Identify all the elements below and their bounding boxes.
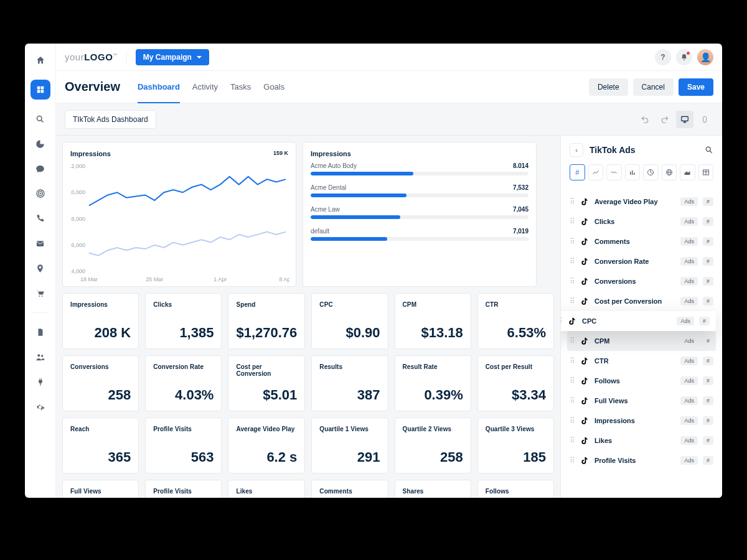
dashboard-icon[interactable]	[31, 80, 50, 100]
delete-button[interactable]: Delete	[589, 78, 628, 96]
drag-handle-icon[interactable]: ⠿	[570, 376, 575, 385]
drag-handle-icon[interactable]: ⠿	[570, 257, 575, 266]
drag-handle-icon[interactable]: ⠿	[570, 396, 575, 405]
save-button[interactable]: Save	[679, 78, 713, 96]
metric-row[interactable]: ⠿CPCAds#	[561, 311, 716, 331]
drag-handle-icon[interactable]: ⠿	[570, 416, 575, 425]
tab-tasks[interactable]: Tasks	[230, 72, 251, 103]
search-icon[interactable]	[35, 113, 46, 124]
type-bar-icon[interactable]	[625, 164, 641, 180]
type-table-icon[interactable]	[698, 164, 714, 180]
metric-row[interactable]: ⠿ImpressionsAds#	[567, 411, 716, 431]
kpi-card[interactable]: Profile Visits	[145, 480, 222, 498]
mail-icon[interactable]	[35, 238, 46, 249]
phone-icon[interactable]	[35, 213, 46, 224]
kpi-card[interactable]: Likes	[228, 480, 305, 498]
kpi-card[interactable]: Full Views	[62, 480, 139, 498]
help-button[interactable]: ?	[655, 49, 671, 65]
kpi-card[interactable]: Average Video Play6.2 s	[228, 418, 305, 474]
type-area-icon[interactable]	[680, 164, 695, 180]
type-wave-icon[interactable]	[606, 164, 622, 180]
metric-row[interactable]: ⠿LikesAds#	[567, 431, 716, 450]
tiktok-icon	[580, 455, 590, 465]
kpi-card[interactable]: CPM$13.18	[395, 293, 471, 349]
metric-row[interactable]: ⠿Average Video PlayAds#	[567, 192, 716, 212]
kpi-card[interactable]: Conversion Rate4.03%	[145, 355, 222, 411]
cart-icon[interactable]	[35, 287, 46, 299]
back-button[interactable]: ‹	[570, 143, 583, 157]
search-icon[interactable]	[705, 146, 713, 154]
type-line-icon[interactable]	[588, 164, 604, 180]
metric-row[interactable]: ⠿ClicksAds#	[567, 212, 716, 231]
card-title: Impressions	[311, 150, 529, 157]
desktop-view-icon[interactable]	[676, 111, 693, 128]
kpi-card[interactable]: Conversions258	[62, 355, 139, 411]
kpi-card[interactable]: Quartile 2 Views258	[395, 418, 471, 474]
kpi-card[interactable]: Impressions208 K	[62, 293, 139, 349]
metric-row[interactable]: ⠿CTRAds#	[567, 351, 716, 371]
drag-handle-icon[interactable]: ⠿	[570, 337, 575, 345]
tab-dashboard[interactable]: Dashboard	[138, 72, 180, 103]
home-icon[interactable]	[35, 55, 46, 66]
tab-goals[interactable]: Goals	[263, 72, 284, 103]
type-number-icon[interactable]: #	[570, 164, 585, 180]
type-pie-icon[interactable]	[643, 164, 659, 180]
kpi-card[interactable]: CTR6.53%	[477, 293, 554, 349]
target-icon[interactable]	[35, 188, 46, 199]
kpi-card[interactable]: Cost per Conversion$5.01	[228, 355, 305, 411]
users-icon[interactable]	[35, 352, 46, 363]
avatar[interactable]: 👤	[697, 49, 713, 65]
drag-handle-icon[interactable]: ⠿	[570, 357, 575, 365]
kpi-card[interactable]: Reach365	[62, 418, 139, 474]
mobile-view-icon[interactable]	[696, 111, 713, 128]
metric-row[interactable]: ⠿Full ViewsAds#	[567, 391, 716, 411]
kpi-card[interactable]: Follows	[477, 480, 554, 498]
pin-icon[interactable]	[35, 263, 46, 274]
kpi-value: 1,385	[153, 325, 214, 341]
notifications-button[interactable]	[676, 49, 692, 65]
metric-row[interactable]: ⠿Profile VisitsAds#	[567, 450, 716, 470]
tab-activity[interactable]: Activity	[192, 72, 218, 103]
kpi-card[interactable]: Spend$1,270.76	[228, 293, 305, 349]
metric-row[interactable]: ⠿CommentsAds#	[567, 231, 716, 251]
pie-icon[interactable]	[35, 138, 46, 149]
kpi-card[interactable]: Quartile 1 Views291	[311, 418, 388, 474]
file-icon[interactable]	[35, 327, 46, 338]
gear-icon[interactable]	[35, 401, 46, 413]
drag-handle-icon[interactable]: ⠿	[561, 317, 562, 325]
campaign-selector[interactable]: My Campaign	[136, 49, 209, 65]
kpi-card[interactable]: Comments	[311, 480, 388, 498]
metric-row[interactable]: ⠿Conversion RateAds#	[567, 251, 716, 271]
drag-handle-icon[interactable]: ⠿	[570, 197, 575, 206]
kpi-card[interactable]: Results387	[311, 355, 388, 411]
dashboard-chip[interactable]: TIkTok Ads Dashboard	[65, 110, 156, 129]
cancel-button[interactable]: Cancel	[633, 78, 674, 96]
metric-row[interactable]: ⠿ConversionsAds#	[567, 271, 716, 291]
subbar: Overview DashboardActivityTasksGoals Del…	[56, 71, 722, 103]
kpi-card[interactable]: CPC$0.90	[311, 293, 388, 349]
chat-icon[interactable]	[35, 163, 46, 174]
kpi-value: 6.53%	[486, 325, 546, 341]
kpi-value: $3.34	[486, 387, 546, 403]
metric-row[interactable]: ⠿CPMAds#	[567, 331, 716, 351]
drag-handle-icon[interactable]: ⠿	[570, 456, 575, 465]
metric-row[interactable]: ⠿FollowsAds#	[567, 371, 716, 391]
kpi-card[interactable]: Cost per Result$3.34	[477, 355, 554, 411]
drag-handle-icon[interactable]: ⠿	[570, 297, 575, 306]
kpi-card[interactable]: Clicks1,385	[145, 293, 222, 349]
metric-row[interactable]: ⠿Cost per ConversionAds#	[567, 291, 716, 311]
svg-rect-2	[37, 90, 40, 93]
drag-handle-icon[interactable]: ⠿	[570, 436, 575, 445]
drag-handle-icon[interactable]: ⠿	[570, 217, 575, 226]
plug-icon[interactable]	[35, 376, 46, 388]
kpi-card[interactable]: Shares	[395, 480, 471, 498]
drag-handle-icon[interactable]: ⠿	[570, 277, 575, 286]
kpi-card[interactable]: Result Rate0.39%	[395, 355, 471, 411]
kpi-card[interactable]: Profile Visits563	[145, 418, 222, 474]
tiktok-icon	[580, 236, 590, 246]
type-globe-icon[interactable]	[662, 164, 677, 180]
kpi-card[interactable]: Quartile 3 Views185	[477, 418, 554, 474]
redo-icon[interactable]	[656, 111, 674, 128]
undo-icon[interactable]	[636, 111, 654, 128]
drag-handle-icon[interactable]: ⠿	[570, 237, 575, 246]
